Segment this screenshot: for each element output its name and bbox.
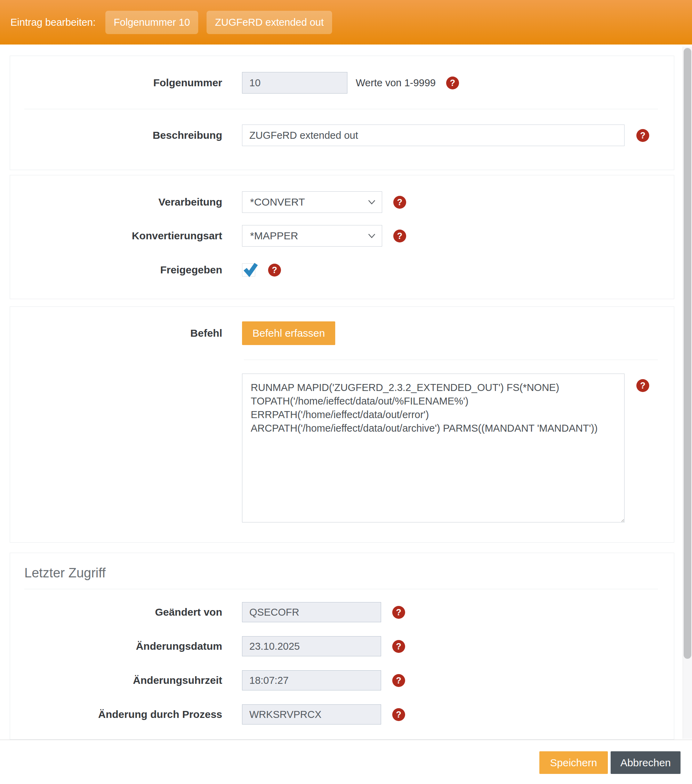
aenderungsdatum-control: ? [242,636,405,656]
cancel-button[interactable]: Abbrechen [611,751,680,774]
freigegeben-row: Freigegeben ? [10,263,674,277]
freigegeben-checkbox[interactable] [242,263,255,277]
folgenummer-row: Folgenummer Werte von 1-9999 ? [10,72,674,94]
help-icon[interactable]: ? [446,77,459,89]
aenderungsdatum-input [242,636,381,656]
panel-processing: Verarbeitung *CONVERT ? Konvertierungsar… [10,175,674,299]
freigegeben-control: ? [242,263,281,277]
aenderungsuhrzeit-input [242,670,381,690]
save-button[interactable]: Speichern [539,751,608,774]
help-icon[interactable]: ? [392,708,405,721]
scrollbar-thumb[interactable] [684,48,691,659]
befehl-erfassen-button[interactable]: Befehl erfassen [242,321,335,345]
beschreibung-row: Beschreibung ? [10,125,674,146]
help-icon[interactable]: ? [268,264,281,277]
verarbeitung-control: *CONVERT ? [242,191,406,213]
panel-command: Befehl Befehl erfassen RUNMAP MAPID('ZUG… [10,306,674,543]
befehl-label: Befehl [10,327,222,339]
geaendert-von-control: ? [242,602,405,622]
help-icon[interactable]: ? [393,230,406,242]
verarbeitung-selected-value: *CONVERT [250,196,305,208]
command-row: RUNMAP MAPID('ZUGFERD_2.3.2_EXTENDED_OUT… [10,374,674,522]
form-content: Folgenummer Werte von 1-9999 ? Beschreib… [0,44,692,774]
command-control: RUNMAP MAPID('ZUGFERD_2.3.2_EXTENDED_OUT… [242,374,649,522]
help-icon[interactable]: ? [392,674,405,687]
chevron-down-icon [368,200,376,204]
konvertierungsart-label: Konvertierungsart [10,230,222,242]
geaendert-von-input [242,602,381,622]
help-icon[interactable]: ? [636,379,649,392]
badge-folgenummer: Folgenummer 10 [105,11,198,34]
freigegeben-label: Freigegeben [10,264,222,276]
befehl-command-textarea[interactable]: RUNMAP MAPID('ZUGFERD_2.3.2_EXTENDED_OUT… [242,374,625,522]
geaendert-von-row: Geändert von ? [10,602,674,622]
aenderungsuhrzeit-label: Änderungsuhrzeit [10,674,222,686]
verarbeitung-label: Verarbeitung [10,196,222,208]
aenderung-prozess-input [242,704,381,725]
konvertierungsart-select[interactable]: *MAPPER [242,225,382,247]
verarbeitung-select[interactable]: *CONVERT [242,191,382,213]
panel-identification: Folgenummer Werte von 1-9999 ? Beschreib… [10,56,674,170]
folgenummer-label: Folgenummer [10,77,222,89]
help-icon[interactable]: ? [392,606,405,619]
befehl-control: Befehl erfassen [242,321,335,345]
konvertierungsart-selected-value: *MAPPER [250,230,298,242]
divider [24,109,658,109]
badge-description: ZUGFeRD extended out [207,11,332,34]
beschreibung-control: ? [242,125,649,146]
beschreibung-label: Beschreibung [10,129,222,141]
scrollbar [683,47,692,739]
panel-last-access: Letzter Zugriff Geändert von ? Änderungs… [10,553,674,740]
header-bar: Eintrag bearbeiten: Folgenummer 10 ZUGFe… [0,0,692,44]
befehl-row: Befehl Befehl erfassen [10,321,674,345]
folgenummer-control: Werte von 1-9999 ? [242,72,459,94]
last-access-heading: Letzter Zugriff [24,566,674,581]
footer-actions: Speichern Abbrechen [0,740,692,774]
folgenummer-hint: Werte von 1-9999 [356,77,436,89]
aenderungsuhrzeit-control: ? [242,670,405,690]
divider [244,360,658,360]
konvertierungsart-row: Konvertierungsart *MAPPER ? [10,225,674,247]
help-icon[interactable]: ? [393,196,406,209]
konvertierungsart-control: *MAPPER ? [242,225,406,247]
aenderung-prozess-control: ? [242,704,405,725]
aenderung-prozess-label: Änderung durch Prozess [10,708,222,720]
divider [24,589,658,589]
help-icon[interactable]: ? [636,129,649,142]
folgenummer-input [242,72,347,94]
aenderungsdatum-label: Änderungsdatum [10,640,222,652]
beschreibung-input[interactable] [242,125,625,146]
geaendert-von-label: Geändert von [10,606,222,618]
help-icon[interactable]: ? [392,640,405,653]
aenderungsuhrzeit-row: Änderungsuhrzeit ? [10,670,674,690]
page-title: Eintrag bearbeiten: [10,17,95,28]
check-icon [243,262,257,276]
aenderungsdatum-row: Änderungsdatum ? [10,636,674,656]
aenderung-prozess-row: Änderung durch Prozess ? [10,704,674,725]
verarbeitung-row: Verarbeitung *CONVERT ? [10,191,674,213]
chevron-down-icon [368,233,376,238]
